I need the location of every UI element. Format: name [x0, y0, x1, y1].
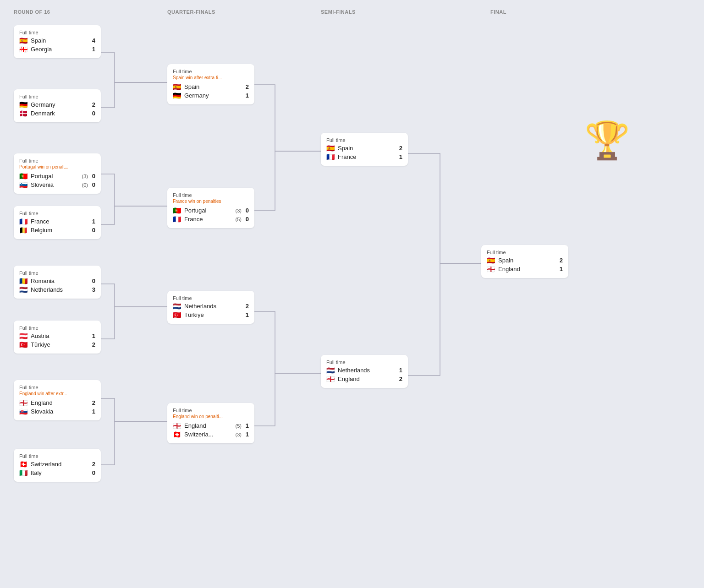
match-r16-2-status: Full time [19, 94, 95, 99]
bracket-lines [9, 9, 697, 577]
stage-header-final: FINAL [490, 9, 506, 15]
spain-flag-r16-1: 🇪🇸 [19, 37, 28, 44]
match-sf-1: Full time 🇪🇸 Spain 2 🇫🇷 France 1 [321, 133, 408, 166]
bracket-container: ROUND OF 16 QUARTER-FINALS SEMI-FINALS F… [9, 9, 697, 577]
match-r16-8: Full time 🇨🇭 Switzerland 2 🇮🇹 Italy 0 [14, 449, 101, 482]
spain-name-r16-1: Spain [31, 37, 46, 44]
match-final: Full time 🇪🇸 Spain 2 🏴󠁧󠁢󠁥󠁮󠁧󠁿 England 1 [481, 245, 568, 278]
trophy-icon: 🏆 [584, 119, 630, 162]
match-r16-4: Full time 🇫🇷 France 1 🇧🇪 Belgium 0 [14, 206, 101, 239]
georgia-name-r16-1: Georgia [31, 46, 52, 53]
match-qf-1: Full time Spain win after extra ti... 🇪🇸… [167, 64, 254, 104]
match-sf-2: Full time 🇳🇱 Netherlands 1 🏴󠁧󠁢󠁥󠁮󠁧󠁿 Engla… [321, 355, 408, 388]
match-r16-1: Full time 🇪🇸 Spain 4 🇬🇪 Georgia 1 [14, 25, 101, 58]
match-r16-1-team2: 🇬🇪 Georgia 1 [19, 45, 95, 54]
match-qf-2: Full time France win on penalties 🇵🇹 Por… [167, 188, 254, 228]
georgia-score-r16-1: 1 [90, 46, 95, 53]
match-r16-6: Full time 🇦🇹 Austria 1 🇹🇷 Türkiye 2 [14, 321, 101, 354]
georgia-flag-r16-1: 🇬🇪 [19, 46, 28, 53]
match-r16-7: Full time England win after extr... 🏴󠁧󠁢󠁥… [14, 380, 101, 420]
match-r16-5: Full time 🇷🇴 Romania 0 🇳🇱 Netherlands 3 [14, 266, 101, 299]
match-r16-3: Full time Portugal win on penalt... 🇵🇹 P… [14, 153, 101, 194]
stage-header-sf: SEMI-FINALS [321, 9, 356, 15]
match-qf-4: Full time England win on penalti... 🏴󠁧󠁢󠁥… [167, 403, 254, 443]
stage-header-qf: QUARTER-FINALS [167, 9, 215, 15]
match-r16-2-team1: 🇩🇪 Germany 2 [19, 100, 95, 109]
match-r16-2-team2: 🇩🇰 Denmark 0 [19, 109, 95, 118]
match-r16-1-team1: 🇪🇸 Spain 4 [19, 36, 95, 45]
match-r16-1-status: Full time [19, 30, 95, 35]
match-qf-3: Full time 🇳🇱 Netherlands 2 🇹🇷 Türkiye 1 [167, 291, 254, 324]
spain-score-r16-1: 4 [90, 37, 95, 44]
match-r16-2: Full time 🇩🇪 Germany 2 🇩🇰 Denmark 0 [14, 89, 101, 122]
stage-header-r16: ROUND OF 16 [14, 9, 50, 15]
